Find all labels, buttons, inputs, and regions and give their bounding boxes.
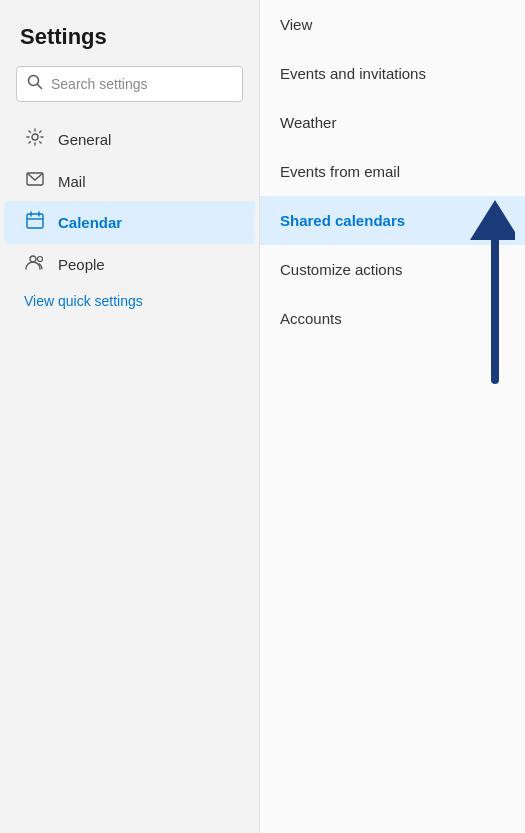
page-title: Settings: [0, 24, 259, 66]
svg-rect-4: [27, 214, 43, 228]
sidebar-item-general-label: General: [58, 131, 111, 148]
svg-point-9: [38, 257, 43, 262]
sidebar-item-mail-label: Mail: [58, 173, 86, 190]
search-icon: [27, 74, 43, 94]
svg-line-1: [38, 85, 42, 89]
right-item-customize-actions[interactable]: Customize actions: [260, 245, 525, 294]
calendar-icon: [24, 211, 46, 234]
left-panel: Settings Search settings General: [0, 0, 260, 833]
right-item-shared-calendars[interactable]: Shared calendars: [260, 196, 525, 245]
right-item-events-email[interactable]: Events from email: [260, 147, 525, 196]
sidebar-item-mail[interactable]: Mail: [4, 161, 255, 201]
right-item-accounts[interactable]: Accounts: [260, 294, 525, 343]
sidebar-item-people[interactable]: People: [4, 244, 255, 285]
right-panel: View Events and invitations Weather Even…: [260, 0, 525, 833]
right-item-weather[interactable]: Weather: [260, 98, 525, 147]
settings-container: Settings Search settings General: [0, 0, 525, 833]
right-item-events-invitations[interactable]: Events and invitations: [260, 49, 525, 98]
sidebar-item-general[interactable]: General: [4, 118, 255, 161]
general-icon: [24, 128, 46, 151]
sidebar-item-people-label: People: [58, 256, 105, 273]
sidebar-item-calendar[interactable]: Calendar: [4, 201, 255, 244]
right-item-view[interactable]: View: [260, 0, 525, 49]
svg-point-2: [32, 134, 38, 140]
search-box[interactable]: Search settings: [16, 66, 243, 102]
mail-icon: [24, 171, 46, 191]
view-quick-settings-link[interactable]: View quick settings: [4, 285, 255, 317]
sidebar-item-calendar-label: Calendar: [58, 214, 122, 231]
svg-point-8: [30, 256, 36, 262]
people-icon: [24, 254, 46, 275]
search-placeholder: Search settings: [51, 76, 148, 92]
